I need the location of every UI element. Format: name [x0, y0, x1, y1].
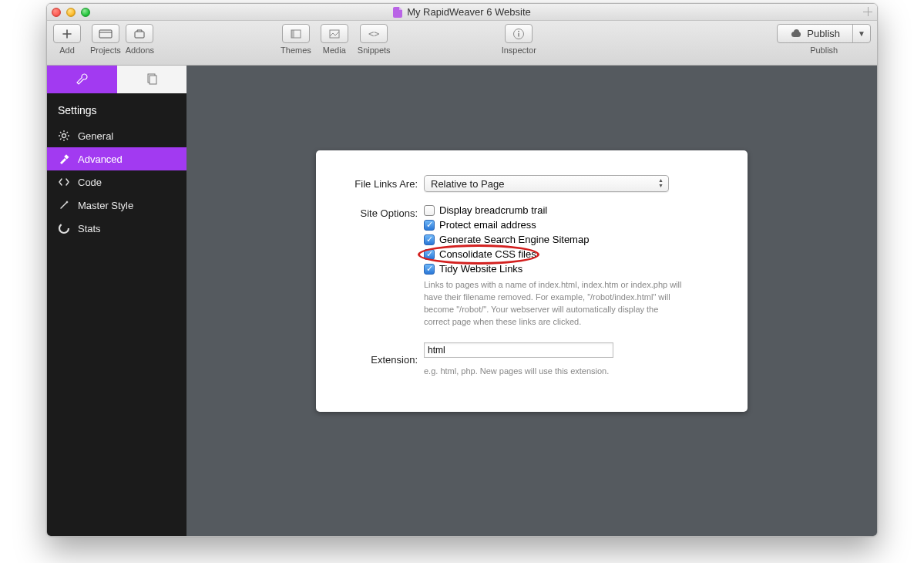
snippets-label: Snippets [358, 46, 391, 55]
themes-button[interactable] [282, 24, 310, 43]
addons-button[interactable] [126, 24, 153, 43]
media-button[interactable] [321, 24, 348, 43]
svg-line-21 [61, 202, 67, 208]
sidebar-item-advanced[interactable]: Advanced [47, 147, 186, 170]
publish-label: Publish [807, 28, 840, 39]
option-label: Consolidate CSS files [439, 248, 536, 260]
zoom-window-button[interactable] [81, 8, 90, 17]
option-label: Tidy Website Links [439, 263, 522, 275]
svg-point-11 [62, 134, 66, 138]
code-icon [58, 176, 70, 188]
addons-label: Addons [126, 46, 154, 55]
svg-line-18 [60, 139, 62, 140]
file-links-label: File Links Are: [339, 175, 424, 190]
extension-label: Extension: [339, 354, 424, 366]
pages-icon [145, 72, 159, 86]
inspector-label: Inspector [502, 46, 536, 55]
wrench-icon [75, 72, 89, 86]
svg-point-8 [518, 30, 519, 32]
sidebar-item-code[interactable]: Code [47, 170, 186, 194]
sidebar-tab-pages[interactable] [117, 66, 187, 93]
checkbox-icon[interactable]: ✓ [424, 234, 435, 245]
svg-point-22 [59, 224, 69, 233]
checkbox-icon[interactable]: ✓ [424, 264, 435, 275]
window-title-wrap: My RapidWeaver 6 Website [47, 6, 877, 18]
content-area: File Links Are: Relative to Page ▲▼ Site… [186, 66, 877, 536]
cloud-icon [790, 30, 802, 38]
svg-line-16 [60, 132, 62, 133]
sidebar-item-master-style[interactable]: Master Style [47, 194, 186, 217]
option-protect-email[interactable]: ✓ Protect email address [424, 219, 724, 231]
sidebar-tab-settings[interactable] [47, 66, 117, 93]
gear-icon [58, 130, 70, 142]
themes-label: Themes [281, 46, 311, 55]
extension-input[interactable] [424, 342, 613, 358]
sidebar-item-general[interactable]: General [47, 124, 186, 147]
settings-panel: File Links Are: Relative to Page ▲▼ Site… [316, 150, 748, 412]
option-sitemap[interactable]: ✓ Generate Search Engine Sitemap [424, 234, 724, 245]
stats-icon [58, 222, 70, 234]
svg-rect-0 [99, 30, 112, 38]
checkbox-icon[interactable]: ✓ [424, 220, 435, 231]
file-links-select[interactable]: Relative to Page ▲▼ [424, 175, 669, 192]
checkbox-icon[interactable]: ✓ [424, 249, 435, 260]
inspector-button[interactable] [505, 24, 533, 43]
traffic-lights [52, 8, 90, 17]
fullscreen-icon[interactable] [863, 7, 872, 16]
svg-rect-7 [518, 33, 519, 37]
extension-help-text: e.g. html, php. New pages will use this … [424, 366, 682, 378]
svg-rect-5 [330, 30, 339, 38]
document-icon [393, 7, 402, 18]
option-label: Generate Search Engine Sitemap [439, 234, 589, 245]
svg-line-17 [67, 139, 69, 140]
media-label: Media [323, 46, 346, 55]
select-arrows-icon: ▲▼ [658, 177, 664, 188]
file-links-value: Relative to Page [431, 178, 504, 190]
publish-section-label: Publish [810, 46, 838, 55]
tidy-help-text: Links to pages with a name of index.html… [424, 279, 682, 329]
sidebar-header: Settings [47, 93, 186, 124]
sidebar: Settings General Advanced Code [47, 66, 186, 536]
option-breadcrumb[interactable]: Display breadcrumb trail [424, 204, 724, 216]
publish-dropdown[interactable]: ▼ [853, 25, 870, 42]
hammer-icon [58, 153, 70, 165]
svg-rect-10 [150, 76, 156, 84]
sidebar-tabs [47, 66, 186, 93]
sidebar-item-stats[interactable]: Stats [47, 217, 186, 240]
site-options-label: Site Options: [339, 204, 424, 219]
projects-label: Projects [90, 46, 121, 55]
svg-rect-2 [135, 32, 144, 38]
sidebar-item-label: Code [78, 177, 102, 188]
sidebar-item-label: Stats [78, 223, 101, 234]
projects-button[interactable] [92, 24, 119, 43]
sidebar-item-label: Advanced [78, 153, 123, 165]
add-button[interactable] [53, 24, 81, 43]
titlebar: My RapidWeaver 6 Website [47, 4, 877, 21]
svg-rect-4 [291, 30, 294, 38]
option-consolidate-css[interactable]: ✓ Consolidate CSS files [424, 248, 724, 260]
window-title: My RapidWeaver 6 Website [407, 6, 531, 18]
wand-icon [58, 199, 70, 211]
app-window: My RapidWeaver 6 Website Add Projects Ad… [46, 3, 878, 537]
body: Settings General Advanced Code [47, 66, 877, 536]
option-label: Protect email address [439, 219, 536, 231]
checkbox-icon[interactable] [424, 205, 435, 216]
option-tidy-links[interactable]: ✓ Tidy Website Links [424, 263, 724, 275]
sidebar-item-label: General [78, 130, 113, 142]
minimize-window-button[interactable] [66, 8, 76, 17]
snippets-button[interactable]: <> [360, 24, 388, 43]
sidebar-item-label: Master Style [78, 200, 133, 211]
toolbar: Add Projects Addons Themes [47, 21, 877, 66]
publish-button[interactable]: Publish ▼ [777, 24, 871, 43]
svg-line-19 [67, 132, 69, 133]
close-window-button[interactable] [52, 8, 61, 17]
add-label: Add [59, 46, 75, 55]
option-label: Display breadcrumb trail [439, 204, 547, 216]
